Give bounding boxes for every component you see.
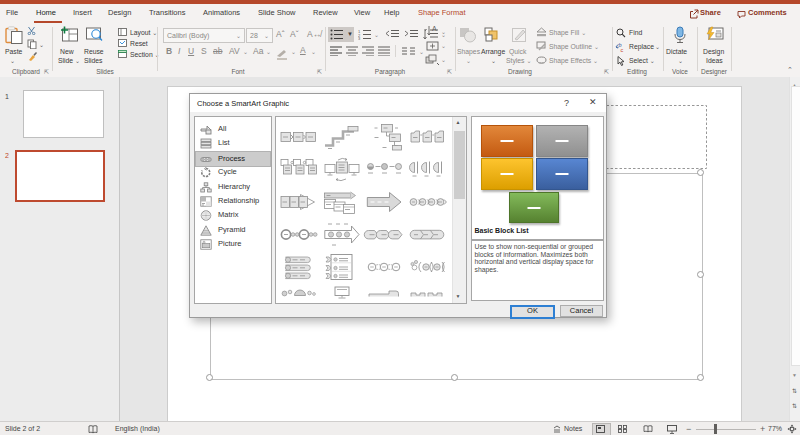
svg-text:A: A (432, 25, 437, 32)
svg-text:3: 3 (358, 36, 361, 40)
svg-text:c: c (621, 47, 624, 53)
